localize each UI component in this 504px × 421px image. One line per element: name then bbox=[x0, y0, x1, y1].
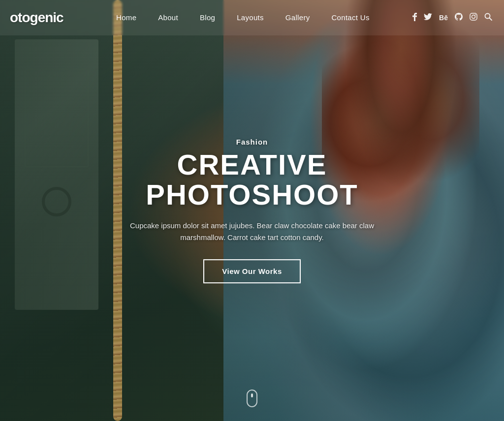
nav-item-about[interactable]: About bbox=[147, 13, 189, 22]
scroll-mouse bbox=[247, 390, 257, 407]
svg-line-4 bbox=[489, 18, 492, 21]
svg-rect-0 bbox=[470, 13, 477, 20]
nav-item-contact[interactable]: Contact Us bbox=[320, 13, 380, 22]
nav-item-gallery[interactable]: Gallery bbox=[275, 13, 321, 22]
instagram-icon[interactable] bbox=[470, 13, 477, 23]
nav-link-layouts[interactable]: Layouts bbox=[226, 13, 275, 22]
svg-point-2 bbox=[475, 14, 476, 15]
social-icons: Bē bbox=[412, 13, 492, 23]
facebook-icon[interactable] bbox=[412, 13, 417, 23]
scroll-indicator bbox=[247, 390, 257, 407]
hero-category: Fashion bbox=[104, 138, 400, 146]
nav-link-home[interactable]: Home bbox=[105, 13, 147, 22]
hero-description: Cupcake ipsum dolor sit amet jujubes. Be… bbox=[124, 220, 380, 243]
nav-link-blog[interactable]: Blog bbox=[189, 13, 226, 22]
nav-links: Home About Blog Layouts Gallery Contact … bbox=[105, 13, 380, 22]
cta-button[interactable]: View Our Works bbox=[203, 259, 301, 283]
nav-item-home[interactable]: Home bbox=[105, 13, 147, 22]
hero-title: CREATIVE PHOTOSHOOT bbox=[104, 150, 400, 210]
github-icon[interactable] bbox=[455, 13, 463, 23]
hero-section: otogenic Home About Blog Layouts Gallery… bbox=[0, 0, 504, 421]
search-icon[interactable] bbox=[484, 13, 492, 23]
nav-link-gallery[interactable]: Gallery bbox=[275, 13, 321, 22]
svg-point-1 bbox=[472, 15, 475, 19]
navbar: otogenic Home About Blog Layouts Gallery… bbox=[0, 0, 504, 35]
nav-link-about[interactable]: About bbox=[147, 13, 189, 22]
hero-content: Fashion CREATIVE PHOTOSHOOT Cupcake ipsu… bbox=[104, 138, 400, 283]
scroll-dot bbox=[251, 393, 253, 397]
nav-item-blog[interactable]: Blog bbox=[189, 13, 226, 22]
behance-icon[interactable]: Bē bbox=[439, 14, 448, 22]
nav-link-contact[interactable]: Contact Us bbox=[320, 13, 380, 22]
twitter-icon[interactable] bbox=[424, 13, 432, 22]
brand-logo[interactable]: otogenic bbox=[0, 10, 73, 26]
nav-item-layouts[interactable]: Layouts bbox=[226, 13, 275, 22]
